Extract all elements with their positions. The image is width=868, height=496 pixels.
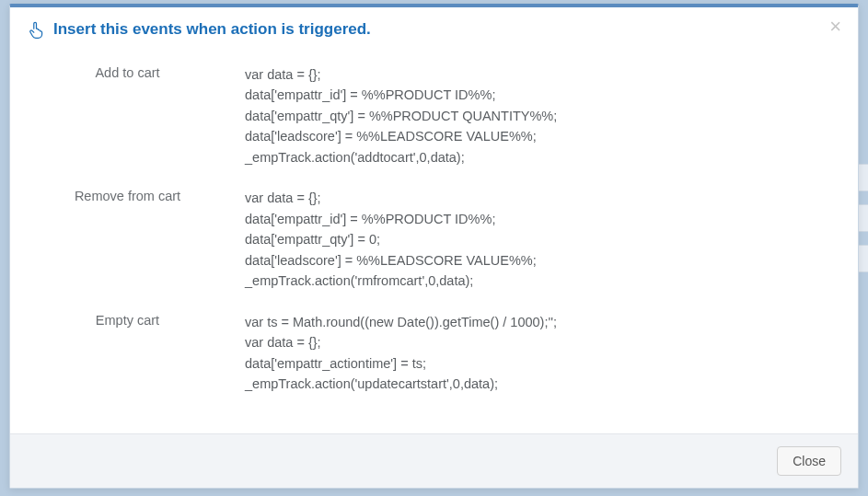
modal-body: Add to cart var data = {}; data['empattr… xyxy=(10,48,858,433)
modal-header: Insert this events when action is trigge… xyxy=(10,7,858,48)
event-row-empty-cart: Empty cart var ts = Math.round((new Date… xyxy=(38,312,830,395)
event-label: Add to cart xyxy=(38,64,217,80)
modal-dialog: Insert this events when action is trigge… xyxy=(9,4,859,489)
close-icon[interactable]: × xyxy=(829,17,841,37)
event-code: var data = {}; data['empattr_id'] = %%PR… xyxy=(245,64,830,167)
event-label: Remove from cart xyxy=(38,188,217,203)
close-button[interactable]: Close xyxy=(777,446,841,476)
modal-footer: Close xyxy=(10,433,858,488)
hand-pointer-icon xyxy=(29,21,44,39)
event-row-add-to-cart: Add to cart var data = {}; data['empattr… xyxy=(38,64,830,167)
event-label: Empty cart xyxy=(38,312,217,328)
event-code: var ts = Math.round((new Date()).getTime… xyxy=(245,312,830,395)
modal-title-text: Insert this events when action is trigge… xyxy=(53,20,371,39)
modal-title: Insert this events when action is trigge… xyxy=(29,20,371,39)
event-code: var data = {}; data['empattr_id'] = %%PR… xyxy=(245,188,830,291)
event-row-remove-from-cart: Remove from cart var data = {}; data['em… xyxy=(38,188,830,291)
